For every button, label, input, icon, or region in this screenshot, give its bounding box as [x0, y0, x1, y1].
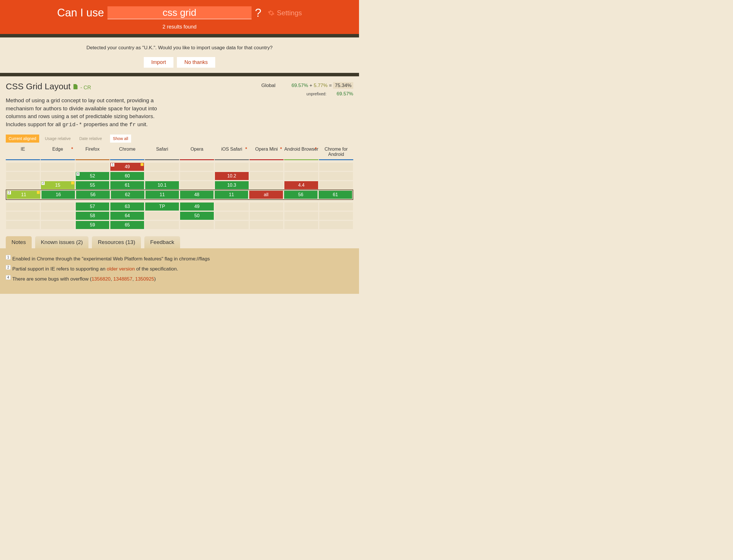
- version-cell[interactable]: TP: [145, 203, 179, 211]
- version-cell[interactable]: 11: [215, 191, 248, 199]
- version-cell: [250, 172, 284, 180]
- note-1-text: Enabled in Chrome through the "experimen…: [12, 256, 210, 262]
- version-cell[interactable]: 56: [284, 191, 318, 199]
- version-cell: [145, 172, 179, 180]
- settings-label: Settings: [277, 9, 302, 17]
- note-2-link[interactable]: older version: [107, 266, 135, 272]
- tab-resources[interactable]: Resources (13): [92, 236, 141, 248]
- version-cell[interactable]: 10.1: [145, 181, 179, 189]
- version-cell: [76, 163, 109, 171]
- cell-note-badge: 1: [111, 163, 114, 167]
- feature-description: Method of using a grid concept to lay ou…: [6, 97, 167, 129]
- version-cell[interactable]: 49: [180, 203, 214, 211]
- version-cell: [319, 163, 353, 171]
- browser-header[interactable]: Android Browser*: [284, 145, 318, 160]
- version-cell: [41, 163, 75, 171]
- unprefixed-label: unprefixed:: [307, 91, 335, 98]
- gear-icon: [268, 10, 275, 16]
- settings-link[interactable]: Settings: [268, 9, 302, 17]
- view-current-aligned[interactable]: Current aligned: [6, 135, 39, 143]
- version-cell: [41, 203, 75, 211]
- tab-notes[interactable]: Notes: [6, 236, 32, 248]
- version-cell[interactable]: 50: [180, 212, 214, 220]
- version-cell[interactable]: 56: [76, 191, 109, 199]
- browser-header[interactable]: iOS Safari*: [215, 145, 249, 160]
- version-cell[interactable]: 63: [110, 203, 144, 211]
- version-cell: [6, 172, 40, 180]
- version-cell[interactable]: 10.3: [215, 181, 249, 189]
- version-cell[interactable]: 16: [41, 191, 75, 199]
- version-cell[interactable]: 4.4: [284, 181, 318, 189]
- version-cell: [41, 172, 75, 180]
- version-cell: [41, 221, 75, 229]
- browser-header[interactable]: Safari: [145, 145, 179, 160]
- global-green: 69.57%: [292, 83, 308, 88]
- cell-note-badge: 4: [76, 172, 80, 176]
- question-mark: ?: [255, 6, 261, 19]
- browser-header[interactable]: Firefox: [75, 145, 110, 160]
- view-date-relative[interactable]: Date relative: [76, 135, 105, 143]
- version-cell[interactable]: 59: [76, 221, 109, 229]
- version-cell: [180, 181, 214, 189]
- browser-headers: IEEdge*FirefoxChromeSafariOperaiOS Safar…: [6, 145, 353, 160]
- version-cell[interactable]: 62: [111, 191, 144, 199]
- browser-header[interactable]: Chrome: [110, 145, 144, 160]
- version-cell: [6, 181, 40, 189]
- version-cell: [250, 163, 284, 171]
- version-cell: [6, 212, 40, 220]
- version-cell: [145, 212, 179, 220]
- version-cell[interactable]: 60: [110, 172, 144, 180]
- version-cell: [215, 212, 249, 220]
- version-cell[interactable]: 61: [110, 181, 144, 189]
- version-cell[interactable]: 524: [76, 172, 109, 180]
- view-show-all[interactable]: Show all: [110, 135, 131, 143]
- version-cell[interactable]: 152: [41, 181, 75, 189]
- note-4-link-2[interactable]: 1348857: [113, 276, 132, 281]
- version-cell: [250, 181, 284, 189]
- matrix-current: 112165662114811all5661: [6, 190, 353, 200]
- version-cell[interactable]: 10.2: [215, 172, 249, 180]
- version-cell: [6, 221, 40, 229]
- version-cell[interactable]: 58: [76, 212, 109, 220]
- version-cell[interactable]: 48: [180, 191, 214, 199]
- nothanks-button[interactable]: No thanks: [177, 57, 215, 68]
- version-cell[interactable]: 57: [76, 203, 109, 211]
- view-controls: Current aligned Usage relative Date rela…: [6, 135, 353, 143]
- version-cell: [180, 163, 214, 171]
- version-cell[interactable]: 64: [110, 212, 144, 220]
- note-4-link-1[interactable]: 1356820: [92, 276, 111, 281]
- matrix-past: 4915246010.2152556110.110.34.4: [6, 162, 353, 190]
- version-cell[interactable]: 112: [7, 191, 40, 199]
- version-cell[interactable]: 61: [319, 191, 352, 199]
- country-prompt: Detected your country as "U.K.". Would y…: [0, 37, 359, 73]
- version-cell: [319, 181, 353, 189]
- cr-label: - CR: [80, 85, 91, 91]
- feature-title: CSS Grid Layout: [6, 82, 71, 91]
- view-usage-relative[interactable]: Usage relative: [42, 135, 74, 143]
- version-cell[interactable]: 491: [110, 163, 144, 171]
- browser-header[interactable]: Opera Mini*: [250, 145, 284, 160]
- search-input[interactable]: [107, 6, 252, 19]
- version-cell: [6, 163, 40, 171]
- tab-feedback[interactable]: Feedback: [144, 236, 180, 248]
- version-cell[interactable]: 65: [110, 221, 144, 229]
- note-badge-4: 4: [6, 275, 11, 280]
- asterisk-icon: *: [71, 147, 73, 152]
- asterisk-icon: *: [245, 147, 247, 152]
- version-cell[interactable]: 11: [146, 191, 179, 199]
- version-cell: [284, 221, 318, 229]
- note-4-link-3[interactable]: 1350925: [135, 276, 154, 281]
- tab-known-issues[interactable]: Known issues (2): [35, 236, 89, 248]
- version-cell[interactable]: all: [249, 191, 283, 199]
- import-button[interactable]: Import: [144, 57, 173, 68]
- spec-icon[interactable]: [73, 84, 78, 89]
- version-cell: [284, 172, 318, 180]
- browser-header[interactable]: Edge*: [41, 145, 75, 160]
- browser-header[interactable]: Opera: [180, 145, 214, 160]
- version-cell: [41, 212, 75, 220]
- version-cell[interactable]: 55: [76, 181, 109, 189]
- browser-header[interactable]: Chrome for Android: [319, 145, 353, 160]
- divider-bar: [0, 34, 359, 37]
- notes-panel: 1Enabled in Chrome through the "experime…: [0, 248, 359, 294]
- browser-header[interactable]: IE: [6, 145, 40, 160]
